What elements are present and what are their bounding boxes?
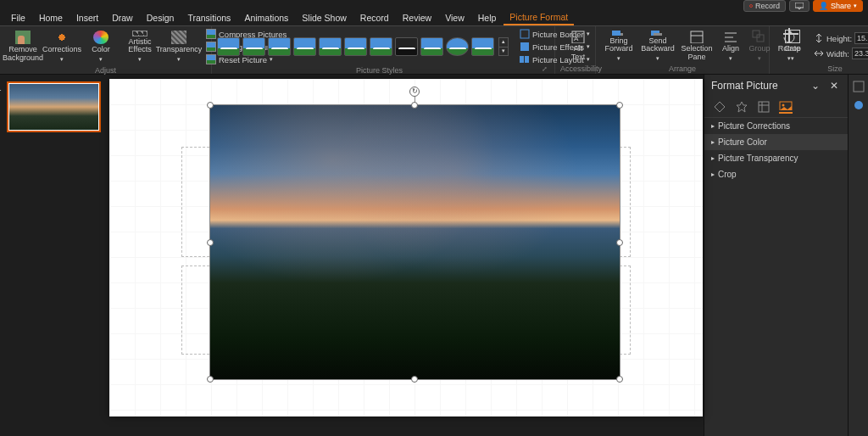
- menu-transitions[interactable]: Transitions: [181, 11, 236, 25]
- resize-handle-tl[interactable]: [207, 102, 214, 109]
- svg-rect-11: [691, 31, 703, 43]
- remove-bg-icon: [15, 31, 31, 44]
- menu-design[interactable]: Design: [141, 11, 181, 25]
- artistic-effects-button[interactable]: Artistic Effects▾: [122, 29, 158, 64]
- crop-icon: [785, 30, 800, 43]
- align-icon: [723, 30, 738, 43]
- svg-rect-17: [757, 35, 764, 42]
- width-input[interactable]: [852, 48, 868, 59]
- selection-pane-button[interactable]: Selection Pane: [679, 28, 715, 64]
- group-icon: [752, 30, 767, 43]
- artistic-icon: [132, 31, 147, 36]
- menu-file[interactable]: File: [5, 11, 31, 25]
- svg-rect-8: [612, 31, 620, 36]
- color-button[interactable]: Color▾: [83, 29, 119, 64]
- tab-effects-icon[interactable]: [735, 100, 748, 114]
- style-item[interactable]: [344, 37, 367, 56]
- svg-rect-10: [654, 33, 662, 36]
- style-item[interactable]: [293, 37, 316, 56]
- crop-button[interactable]: Crop▾: [775, 28, 810, 64]
- align-button[interactable]: Align▾: [718, 28, 743, 64]
- menu-insert[interactable]: Insert: [70, 11, 104, 25]
- menu-help[interactable]: Help: [472, 11, 503, 25]
- resize-handle-tr[interactable]: [616, 102, 623, 109]
- svg-rect-21: [780, 102, 792, 112]
- resize-handle-b[interactable]: [411, 376, 418, 383]
- svg-rect-23: [854, 81, 864, 92]
- gallery-up[interactable]: ▴: [499, 38, 508, 47]
- thumb-image: [9, 84, 98, 130]
- slide-canvas[interactable]: [108, 75, 704, 436]
- resize-handle-bl[interactable]: [207, 376, 214, 383]
- gallery-more[interactable]: ▾: [499, 47, 508, 55]
- menu-slideshow[interactable]: Slide Show: [296, 11, 353, 25]
- layout-icon: [520, 54, 530, 64]
- right-rail: [848, 75, 868, 436]
- alt-text-button[interactable]: AAlt Text: [560, 28, 596, 64]
- inserted-picture[interactable]: [209, 104, 620, 380]
- style-item[interactable]: [217, 37, 240, 56]
- border-icon: [520, 29, 530, 39]
- rail-item-1[interactable]: [852, 80, 865, 93]
- style-item[interactable]: [420, 37, 443, 56]
- menu-animations[interactable]: Animations: [238, 11, 294, 25]
- height-input[interactable]: [854, 32, 868, 44]
- svg-rect-0: [795, 3, 804, 8]
- style-item[interactable]: [268, 37, 291, 56]
- menu-draw[interactable]: Draw: [106, 11, 139, 25]
- menu-picture-format[interactable]: Picture Format: [504, 10, 574, 25]
- picture-styles-gallery[interactable]: ▴ ▾: [217, 37, 509, 56]
- resize-handle-l[interactable]: [207, 239, 214, 246]
- svg-point-24: [854, 101, 863, 109]
- style-item[interactable]: [471, 37, 494, 56]
- pane-close[interactable]: ✕: [827, 80, 841, 92]
- slide: [109, 79, 703, 416]
- svg-text:A: A: [574, 35, 579, 42]
- group-label-access: Accessibility: [560, 64, 590, 74]
- resize-handle-t[interactable]: [411, 102, 418, 109]
- style-item[interactable]: [319, 37, 342, 56]
- menu-review[interactable]: Review: [397, 11, 437, 25]
- transparency-button[interactable]: Transparency▾: [161, 29, 197, 64]
- svg-rect-2: [520, 42, 529, 51]
- tab-fill-icon[interactable]: [713, 100, 726, 114]
- section-corrections[interactable]: ▸Picture Corrections: [704, 118, 848, 134]
- resize-handle-r[interactable]: [616, 239, 623, 246]
- group-button: Group▾: [747, 28, 772, 64]
- thumbnail-1[interactable]: 1: [7, 81, 101, 132]
- menu-bar: File Home Insert Draw Design Transitions…: [0, 10, 868, 25]
- slide-thumbnails: 1: [0, 75, 108, 436]
- record-button[interactable]: Record: [743, 0, 786, 12]
- present-button[interactable]: [789, 0, 810, 12]
- present-icon: [795, 3, 804, 9]
- pane-title: Format Picture: [711, 80, 778, 92]
- menu-home[interactable]: Home: [33, 11, 69, 25]
- rotate-handle[interactable]: [409, 87, 420, 97]
- menu-record[interactable]: Record: [354, 11, 395, 25]
- bring-forward-button[interactable]: Bring Forward▾: [601, 28, 637, 64]
- height-icon: [814, 33, 824, 43]
- rail-item-2[interactable]: [852, 98, 865, 112]
- tab-picture-icon[interactable]: [779, 100, 793, 114]
- effects-icon: [520, 42, 530, 52]
- style-item[interactable]: [446, 37, 469, 56]
- resize-handle-br[interactable]: [616, 376, 623, 383]
- section-transparency[interactable]: ▸Picture Transparency: [704, 150, 848, 166]
- height-label: Height:: [826, 34, 852, 43]
- share-button[interactable]: 👤Share▾: [813, 0, 863, 12]
- menu-view[interactable]: View: [439, 11, 470, 25]
- svg-rect-3: [520, 56, 524, 63]
- svg-rect-16: [753, 31, 760, 37]
- style-item[interactable]: [242, 37, 265, 56]
- width-icon: [814, 48, 824, 59]
- remove-background-button[interactable]: Remove Background: [5, 29, 41, 64]
- style-item[interactable]: [395, 37, 418, 56]
- pane-dropdown[interactable]: ⌄: [809, 80, 822, 92]
- section-color[interactable]: ▸Picture Color: [704, 134, 848, 150]
- corrections-button[interactable]: Corrections▾: [44, 29, 80, 64]
- style-item[interactable]: [370, 37, 392, 56]
- send-backward-button[interactable]: Send Backward▾: [640, 28, 676, 64]
- forward-icon: [611, 30, 626, 36]
- tab-size-icon[interactable]: [757, 100, 771, 114]
- section-crop[interactable]: ▸Crop: [704, 166, 848, 182]
